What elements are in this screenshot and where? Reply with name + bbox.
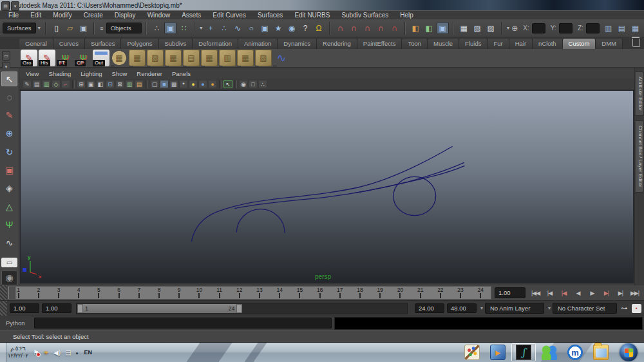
shelf-tab[interactable]: Curves xyxy=(53,39,85,49)
taskbar-app-maya[interactable]: ʃ xyxy=(511,343,536,361)
soft-mod-tool[interactable]: △ xyxy=(1,199,17,214)
frame-cell[interactable]: 15 xyxy=(290,287,310,299)
taskbar-app-media-player[interactable]: ▶ xyxy=(486,343,510,361)
objects-filter-combo[interactable]: Objects xyxy=(106,23,142,33)
make-live-icon[interactable]: ∩ xyxy=(388,22,401,34)
safe-action-icon[interactable]: ⊠ xyxy=(115,80,124,88)
character-set-caret-icon[interactable]: ▾ xyxy=(548,305,551,311)
input-connections-icon[interactable]: ◧ xyxy=(410,22,422,34)
x-coordinate-field[interactable] xyxy=(532,23,545,33)
open-scene-icon[interactable]: ▱ xyxy=(64,22,76,34)
smooth-shade-icon[interactable]: ■ xyxy=(160,80,169,88)
snap-to-points-icon[interactable]: ∩ xyxy=(361,22,374,34)
range-slider-track[interactable]: 1 24 xyxy=(76,303,408,314)
frame-cell[interactable]: 16 xyxy=(310,287,330,299)
panel-menu-item[interactable]: View xyxy=(26,70,39,77)
current-time-field[interactable]: 1.00 xyxy=(495,287,526,298)
menu-set-caret-icon[interactable]: ▾ xyxy=(37,23,42,33)
sidebar-tab[interactable]: Channel Box / Layer Editor xyxy=(636,120,644,193)
new-scene-icon[interactable]: ▯ xyxy=(50,22,62,34)
shelf-item-mesh[interactable]: ▤ xyxy=(183,50,200,66)
frame-cell[interactable]: 7 xyxy=(129,287,149,299)
shelf-item-mesh[interactable]: ▦ xyxy=(237,50,254,66)
menubar-item[interactable]: Assets xyxy=(176,12,207,19)
panel-menu-item[interactable]: Lighting xyxy=(80,70,102,77)
go-to-end-button[interactable]: ▶▶| xyxy=(628,287,641,299)
current-frame-marker[interactable] xyxy=(9,287,15,299)
shelf-tab[interactable]: Surfaces xyxy=(85,39,122,49)
render-settings-icon[interactable]: ▨ xyxy=(485,22,497,34)
menubar-item[interactable]: Window xyxy=(142,12,176,19)
select-deformations-mask-icon[interactable]: ▣ xyxy=(259,22,271,34)
transform-caret-icon[interactable]: ▾ xyxy=(506,23,511,33)
step-forward-key-button[interactable]: ▶| xyxy=(614,287,627,299)
frame-cell[interactable]: 11 xyxy=(209,287,229,299)
character-set-combo[interactable]: No Character Set xyxy=(553,303,617,314)
paint-select-tool[interactable]: ✎ xyxy=(1,108,17,123)
select-handles-mask-icon[interactable]: ∴ xyxy=(218,22,231,34)
frame-cell[interactable]: 2 xyxy=(28,287,48,299)
panel-menu-item[interactable]: Shading xyxy=(48,70,71,77)
frame-cell[interactable]: 24 xyxy=(471,287,491,299)
default-material-icon[interactable]: □ xyxy=(249,80,258,88)
texture-view-icon[interactable]: ▤ xyxy=(135,80,144,88)
taskbar-app-messenger[interactable] xyxy=(537,343,562,361)
delete-shelf-item-icon[interactable] xyxy=(632,39,640,47)
step-back-key-button[interactable]: |◀ xyxy=(543,287,556,299)
rotate-tool[interactable]: ↻ xyxy=(1,144,17,159)
move-tool[interactable]: ⊕ xyxy=(1,126,17,141)
grease-pencil-icon[interactable]: ✎ xyxy=(23,80,32,88)
universal-manip-tool[interactable]: ◈ xyxy=(1,181,17,196)
frame-cell[interactable]: 12 xyxy=(229,287,249,299)
frame-cell[interactable]: 3 xyxy=(48,287,68,299)
mask-caret-icon[interactable]: ▾ xyxy=(199,23,204,33)
wireframe-on-shaded-icon[interactable]: ◉ xyxy=(239,80,248,88)
select-dynamics-mask-icon[interactable]: ★ xyxy=(272,22,285,34)
menubar-item[interactable]: Edit NURBS xyxy=(289,12,336,19)
z-coordinate-field[interactable] xyxy=(586,23,600,33)
use-all-lights-icon[interactable]: * xyxy=(179,80,188,88)
shelf-menu-caret-icon[interactable]: ▾ xyxy=(11,1,19,11)
frame-cell[interactable]: 21 xyxy=(410,287,430,299)
perspective-viewport[interactable]: persp y x xyxy=(20,90,634,283)
menubar-item[interactable]: Help xyxy=(394,12,419,19)
shelf-item-his[interactable]: ✎ His xyxy=(39,50,55,66)
frame-cell[interactable]: 6 xyxy=(109,287,129,299)
shelf-item-gro[interactable]: ✎ Gro xyxy=(21,50,37,66)
frame-cell[interactable]: 10 xyxy=(189,287,209,299)
frame-cell[interactable]: 22 xyxy=(430,287,450,299)
scale-tool[interactable]: ▣ xyxy=(1,162,17,177)
sidebar-tab[interactable]: Attribute Editor xyxy=(636,71,644,116)
shelf-tab[interactable]: Fluids xyxy=(459,39,488,49)
action-center-icon[interactable]: ⚑ xyxy=(33,349,39,356)
field-chart-icon[interactable]: ⊡ xyxy=(106,80,115,88)
menubar-item[interactable]: Modify xyxy=(47,12,77,19)
frame-cell[interactable]: 23 xyxy=(450,287,470,299)
menubar-item[interactable]: Display xyxy=(109,12,142,19)
shelf-item-sphere[interactable]: ▦ xyxy=(111,50,128,66)
anim-layer-combo[interactable]: No Anim Layer xyxy=(485,303,544,314)
frame-cell[interactable]: 9 xyxy=(169,287,189,299)
frame-cell[interactable]: 8 xyxy=(149,287,169,299)
shelf-item-out[interactable]: Out xyxy=(93,50,109,66)
menu-set-selector[interactable]: Surfaces xyxy=(3,23,36,33)
separator[interactable] xyxy=(146,80,148,89)
shelf-item-curve[interactable]: ∿ xyxy=(273,50,290,66)
frame-cell[interactable]: 4 xyxy=(69,287,89,299)
panel-menu-item[interactable]: Renderer xyxy=(137,70,162,77)
play-backwards-button[interactable]: ◀ xyxy=(571,287,585,299)
animation-end-field[interactable]: 48.00 xyxy=(447,303,477,313)
frame-cell[interactable]: 17 xyxy=(330,287,350,299)
shelf-tab[interactable]: Dynamics xyxy=(278,39,317,49)
shelf-item-mesh[interactable]: ▥ xyxy=(219,50,236,66)
select-hierarchy-icon[interactable]: ∴ xyxy=(151,22,163,34)
shelf-item-mesh[interactable]: ▦ xyxy=(165,50,182,66)
shelf-item-mesh[interactable]: ▧ xyxy=(147,50,164,66)
playback-range[interactable]: 1 24 xyxy=(77,304,242,313)
go-to-start-button[interactable]: |◀◀ xyxy=(529,287,542,299)
ipr-render-icon[interactable]: ▧ xyxy=(471,22,484,34)
frame-cell[interactable]: 19 xyxy=(370,287,390,299)
show-desktop-button[interactable] xyxy=(0,343,6,362)
shelf-tab[interactable]: General xyxy=(19,39,53,49)
specular-light-icon[interactable]: ● xyxy=(208,80,217,88)
